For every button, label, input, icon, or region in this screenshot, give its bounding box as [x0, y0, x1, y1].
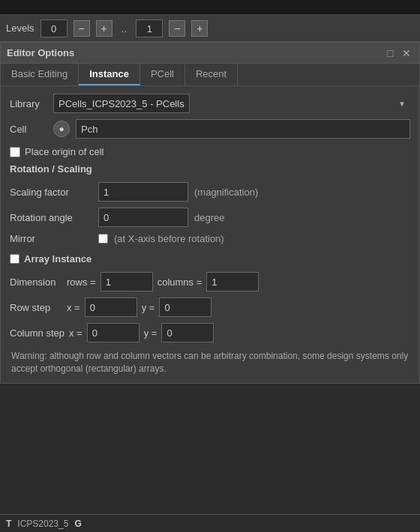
rows-input[interactable]: [100, 272, 153, 291]
row-x-input[interactable]: [85, 297, 137, 317]
panel-titlebar: Editor Options □ ✕: [1, 43, 419, 64]
tab-basic-editing[interactable]: Basic Editing: [1, 64, 79, 85]
level1-plus-btn[interactable]: +: [96, 20, 112, 37]
rotation-angle-label: Rotation angle: [10, 212, 92, 223]
row-step-row: Row step x = y =: [10, 297, 410, 317]
mirror-label: Mirror: [10, 233, 92, 244]
level-value-2: 1: [136, 19, 163, 37]
scaling-factor-input[interactable]: [98, 182, 188, 202]
status-project-name: ICPS2023_5: [17, 519, 68, 529]
col-y-label: y =: [144, 327, 158, 339]
place-origin-checkbox[interactable]: [10, 147, 20, 157]
rotation-scaling-header: Rotation / Scaling: [10, 163, 410, 175]
cell-row: Cell ●: [10, 119, 410, 139]
panel-minimize-btn[interactable]: □: [383, 46, 397, 60]
levels-bar: Levels 0 − + .. 1 − +: [0, 15, 420, 42]
array-instance-header: Array Instance: [10, 253, 410, 265]
search-icon: ●: [58, 124, 64, 134]
tabs-bar: Basic Editing Instance PCell Recent: [1, 64, 419, 86]
level2-plus-btn[interactable]: +: [191, 20, 208, 37]
rows-label: rows =: [67, 276, 96, 288]
dimension-row: Dimension rows = columns =: [10, 272, 410, 291]
col-x-input[interactable]: [87, 323, 140, 342]
cell-input[interactable]: [76, 119, 410, 139]
library-row: Library PCells_ICPS2023_5 - PCells: [10, 94, 410, 113]
level-value-1: 0: [40, 19, 68, 37]
dimension-label: Dimension: [10, 276, 62, 288]
row-step-label: Row step: [10, 302, 62, 313]
status-bar: T ICPS2023_5 G: [0, 514, 420, 532]
col-step-row: Column step x = y =: [10, 323, 410, 342]
panel-content: Library PCells_ICPS2023_5 - PCells Cell …: [1, 86, 419, 383]
tab-pcell[interactable]: PCell: [140, 64, 185, 85]
cols-label: columns =: [158, 276, 202, 288]
rotation-angle-input[interactable]: [98, 208, 188, 227]
array-instance-label: Array Instance: [24, 253, 92, 265]
library-select[interactable]: PCells_ICPS2023_5 - PCells: [53, 94, 190, 113]
panel-close-btn[interactable]: ✕: [400, 46, 413, 60]
level2-minus-btn[interactable]: −: [169, 20, 185, 37]
mirror-unit: (at X-axis before rotation): [114, 233, 224, 244]
row-x-label: x =: [67, 302, 80, 313]
place-origin-row: Place origin of cell: [10, 146, 410, 157]
levels-separator: ..: [118, 22, 130, 34]
tab-recent[interactable]: Recent: [185, 64, 238, 85]
mirror-row: Mirror (at X-axis before rotation): [10, 233, 410, 244]
levels-label: Levels: [6, 22, 34, 34]
level1-minus-btn[interactable]: −: [74, 20, 90, 37]
scaling-factor-label: Scaling factor: [10, 187, 92, 198]
rotation-angle-row: Rotation angle degree: [10, 208, 410, 227]
cell-label: Cell: [10, 124, 47, 135]
scaling-factor-row: Scaling factor (magnification): [10, 182, 410, 202]
mirror-checkbox[interactable]: [98, 234, 108, 244]
editor-options-panel: Editor Options □ ✕ Basic Editing Instanc…: [0, 42, 420, 384]
panel-controls: □ ✕: [383, 46, 413, 60]
row-y-label: y =: [142, 302, 155, 313]
col-y-input[interactable]: [161, 323, 214, 342]
tab-instance[interactable]: Instance: [79, 64, 140, 85]
col-step-label: Column step: [10, 327, 64, 339]
array-instance-checkbox[interactable]: [10, 254, 20, 264]
scaling-factor-unit: (magnification): [194, 187, 258, 198]
panel-title: Editor Options: [7, 47, 74, 58]
status-g-label: G: [74, 519, 81, 529]
library-label: Library: [10, 98, 47, 109]
col-x-label: x =: [69, 327, 82, 339]
row-y-input[interactable]: [159, 297, 212, 317]
rotation-angle-unit: degree: [194, 212, 224, 223]
cols-input[interactable]: [206, 272, 259, 291]
warning-text: Warning: although row and column vectors…: [10, 350, 410, 375]
cell-search-btn[interactable]: ●: [53, 121, 70, 137]
place-origin-label: Place origin of cell: [25, 146, 104, 157]
library-select-wrapper: PCells_ICPS2023_5 - PCells: [53, 94, 410, 113]
status-t-label: T: [6, 519, 11, 529]
